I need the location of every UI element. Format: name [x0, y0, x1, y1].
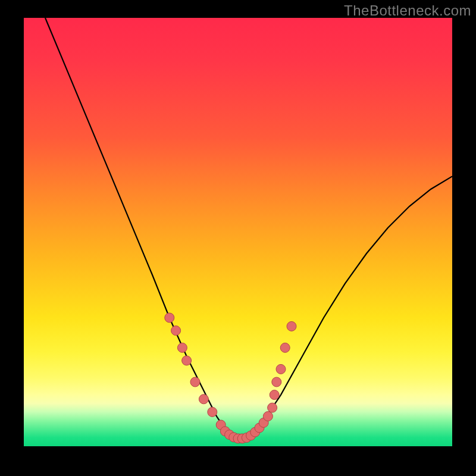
sample-point	[171, 326, 181, 336]
sample-point	[280, 343, 290, 352]
sample-point	[165, 313, 174, 322]
bottleneck-curve	[45, 18, 452, 440]
sample-point	[199, 394, 208, 404]
sample-point	[263, 412, 273, 421]
watermark-label: TheBottleneck.com	[344, 2, 471, 19]
chart-frame: TheBottleneck.com	[0, 0, 476, 476]
sample-point	[182, 356, 192, 365]
plot-area	[24, 18, 452, 446]
sample-point	[276, 364, 286, 374]
sample-point	[190, 377, 200, 387]
sample-point	[177, 343, 187, 352]
sample-point	[208, 407, 217, 416]
sample-point	[268, 403, 277, 412]
sample-point	[270, 390, 279, 400]
sample-point	[272, 377, 281, 387]
curve-svg	[24, 18, 452, 446]
sample-markers	[165, 313, 296, 443]
sample-point	[287, 321, 296, 331]
